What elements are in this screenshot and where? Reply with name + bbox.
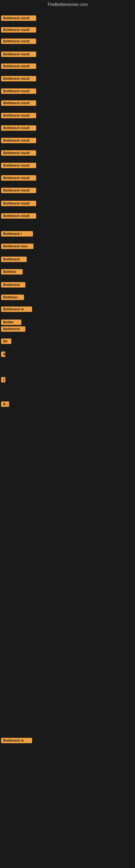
- bottleneck-row-20: Bottleneck: [1, 257, 27, 263]
- bottleneck-badge: Bottleneck result: [1, 100, 36, 106]
- bottleneck-row-4: Bottleneck result: [1, 52, 36, 58]
- bottleneck-badge: Bottleneck result: [1, 175, 36, 181]
- bottleneck-badge: Bottleneck: [1, 282, 26, 287]
- bottleneck-badge: Bottleneck result: [1, 138, 36, 143]
- bottleneck-badge: Bottleneck result: [1, 16, 36, 21]
- bottleneck-badge: Bottleneck result: [1, 63, 36, 69]
- bottleneck-row-10: Bottleneck result: [1, 125, 36, 132]
- bottleneck-row-23: Bottlenec: [1, 294, 24, 301]
- bottleneck-badge: Bottleneck result: [1, 163, 36, 168]
- bottleneck-badge: Bottleneck: [1, 326, 26, 332]
- bottleneck-row-9: Bottleneck result: [1, 113, 36, 119]
- bottleneck-row-14: Bottleneck result: [1, 175, 36, 182]
- bottleneck-badge: Bottleneck result: [1, 27, 36, 33]
- bottleneck-row-12: Bottleneck result: [1, 150, 36, 157]
- bottleneck-badge: |: [1, 377, 5, 382]
- bottleneck-badge: Bottleneck r: [1, 231, 33, 237]
- bottleneck-badge: Bottlene: [1, 269, 23, 275]
- bottleneck-row-18: Bottleneck r: [1, 231, 33, 238]
- bottleneck-row-6: Bottleneck result: [1, 76, 36, 83]
- bottleneck-badge: Bottleneck result: [1, 150, 36, 156]
- bottleneck-badge: Bottleneck result: [1, 201, 36, 206]
- bottleneck-row-2: Bottleneck result: [1, 27, 36, 34]
- bottleneck-row-11: Bottleneck result: [1, 138, 36, 144]
- bottleneck-row-21: Bottlene: [1, 269, 23, 276]
- bottleneck-row-13: Bottleneck result: [1, 163, 36, 169]
- bottleneck-row-3: Bottleneck result: [1, 38, 36, 45]
- bottleneck-badge: Bo: [1, 339, 11, 344]
- bottleneck-badge: Bottler: [1, 319, 21, 325]
- bottleneck-row-26: Bottleneck: [1, 326, 26, 333]
- bottleneck-badge: Bottleneck result: [1, 113, 36, 118]
- bottleneck-row-8: Bottleneck result: [1, 100, 36, 107]
- bottleneck-row-1: Bottleneck result: [1, 16, 36, 22]
- bottleneck-badge: B: [1, 351, 5, 357]
- bottleneck-row-28: B: [1, 351, 5, 358]
- bottleneck-row-31: Bottleneck re: [1, 738, 32, 744]
- bottleneck-badge: Bottleneck result: [1, 88, 36, 94]
- bottleneck-row-30: Bot: [1, 401, 9, 408]
- bottleneck-row-17: Bottleneck result: [1, 213, 36, 220]
- bottleneck-badge: Bottleneck result: [1, 52, 36, 57]
- bottleneck-badge: Bottleneck result: [1, 38, 36, 44]
- bottleneck-row-16: Bottleneck result: [1, 201, 36, 207]
- bottleneck-row-24: Bottleneck re: [1, 307, 32, 313]
- bottleneck-badge: Bottleneck result: [1, 125, 36, 131]
- bottleneck-badge: Bottleneck result: [1, 188, 36, 193]
- bottleneck-badge: Bottleneck result: [1, 76, 36, 82]
- bottleneck-badge: Bot: [1, 401, 9, 407]
- bottleneck-row-5: Bottleneck result: [1, 63, 36, 70]
- bottleneck-row-15: Bottleneck result: [1, 188, 36, 194]
- bottleneck-row-25: Bottler: [1, 319, 21, 326]
- bottleneck-row-22: Bottleneck: [1, 282, 26, 289]
- bottleneck-row-29: |: [1, 377, 5, 383]
- bottleneck-badge: Bottleneck result: [1, 213, 36, 219]
- bottleneck-row-19: Bottleneck resu: [1, 244, 34, 250]
- bottleneck-badge: Bottleneck re: [1, 307, 32, 312]
- bottleneck-row-27: Bo: [1, 339, 11, 345]
- site-title: TheBottlenecker.com: [0, 0, 135, 8]
- bottleneck-badge: Bottleneck resu: [1, 244, 34, 249]
- bottleneck-badge: Bottleneck re: [1, 738, 32, 743]
- bottleneck-row-7: Bottleneck result: [1, 88, 36, 95]
- bottleneck-badge: Bottlenec: [1, 294, 24, 300]
- bottleneck-badge: Bottleneck: [1, 257, 27, 262]
